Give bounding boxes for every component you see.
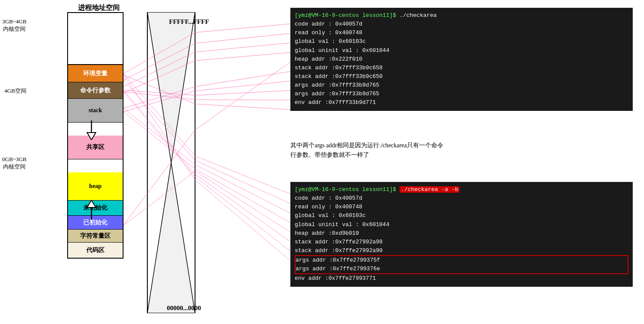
addr-kernel-top: 3GB~4GB内核空间 (2, 18, 26, 33)
t-top-line4: global val : 0x60103c (295, 37, 628, 46)
hourglass-shape (143, 12, 199, 313)
args-highlight-box: args addr :0x7ffe2799375f args addr :0x7… (295, 255, 628, 274)
seg-args: 命令行参数 (68, 82, 123, 99)
cmd-highlight: ./checkarea -a -b (400, 186, 460, 193)
t-bot-line11: env addr :0x7ffe27993771 (295, 274, 628, 283)
svg-line-44 (195, 174, 290, 242)
addr-user: 4GB空间 (4, 87, 26, 95)
t-bot-line2: code addr : 0x40057d (295, 194, 628, 203)
svg-line-20 (195, 52, 290, 61)
svg-line-14 (195, 24, 290, 32)
svg-line-30 (195, 100, 290, 100)
t-top-line9: args addr :0x7fff33b9d765 (295, 81, 628, 90)
svg-line-32 (195, 104, 290, 110)
t-bot-line1: [ymz@VM-16-9-centos lesson11]$ ./checkar… (295, 185, 628, 194)
svg-line-38 (195, 165, 290, 213)
t-bot-line4: global val : 0x60103c (295, 211, 628, 220)
svg-line-42 (195, 171, 290, 232)
stack-down-arrow (85, 120, 98, 140)
svg-line-46 (195, 177, 290, 251)
svg-line-36 (195, 160, 290, 204)
t-bot-line8: stack addr :0x7ffe27992a90 (295, 246, 628, 255)
addr-kernel-bottom: 0GB~3GB内核空间 (2, 156, 26, 171)
t-top-line10: args addr :0x7fff33b9d765 (295, 90, 628, 98)
t-top-line6: heap addr :0x222f010 (295, 55, 628, 64)
t-bot-line3: read only : 0x400748 (295, 203, 628, 211)
seg-code: 代码区 (68, 243, 123, 258)
seg-gap2 (68, 159, 123, 172)
seg-stack: stack (68, 99, 123, 123)
svg-line-40 (195, 169, 290, 223)
terminal-bottom: [ymz@VM-16-9-centos lesson11]$ ./checkar… (290, 182, 633, 287)
svg-line-24 (195, 71, 290, 87)
diagram-title: 进程地址空间 (78, 3, 120, 13)
svg-line-16 (195, 33, 290, 43)
svg-line-28 (195, 91, 290, 95)
svg-line-22 (195, 62, 290, 130)
t-top-line2: code addr : 0x40057d (295, 20, 628, 29)
t-top-line5: global uninit val : 0x601044 (295, 46, 628, 55)
svg-line-18 (195, 43, 290, 52)
svg-line-48 (195, 180, 290, 261)
seg-env: 环境变量 (68, 65, 123, 82)
svg-marker-1 (87, 133, 96, 140)
terminal-top: [ymz@VM-16-9-centos lesson11]$ ./checkar… (290, 8, 633, 111)
t-bot-line9: args addr :0x7ffe2799375f (296, 256, 628, 265)
heap-up-arrow (85, 200, 98, 220)
t-bot-line5: global uninit val : 0x601044 (295, 220, 628, 229)
t-top-line8: stack addr :0x7fff33b9c650 (295, 72, 628, 81)
svg-line-34 (195, 156, 290, 194)
t-bot-line10: args addr :0x7ffe2799376e (296, 265, 628, 273)
svg-line-26 (195, 81, 290, 91)
t-top-line3: read only : 0x400748 (295, 29, 628, 37)
t-top-line1: [ymz@VM-16-9-centos lesson11]$ ./checkar… (295, 11, 628, 20)
t-bot-line6: heap addr :0xd9b010 (295, 229, 628, 238)
seg-heap: heap (68, 172, 123, 201)
t-top-line11: env addr :0x7fff33b9d771 (295, 98, 628, 107)
svg-marker-3 (87, 200, 96, 207)
explanation-text: 其中两个args addr相同是因为运行./checkarea只有一个命令 行参… (290, 141, 633, 160)
seg-kernel-top (68, 13, 123, 65)
seg-strconst: 字符常量区 (68, 230, 123, 243)
t-bot-line7: stack addr :0x7ffe27992a98 (295, 238, 628, 246)
t-top-line7: stack addr :0x7fff33b9c658 (295, 64, 628, 72)
